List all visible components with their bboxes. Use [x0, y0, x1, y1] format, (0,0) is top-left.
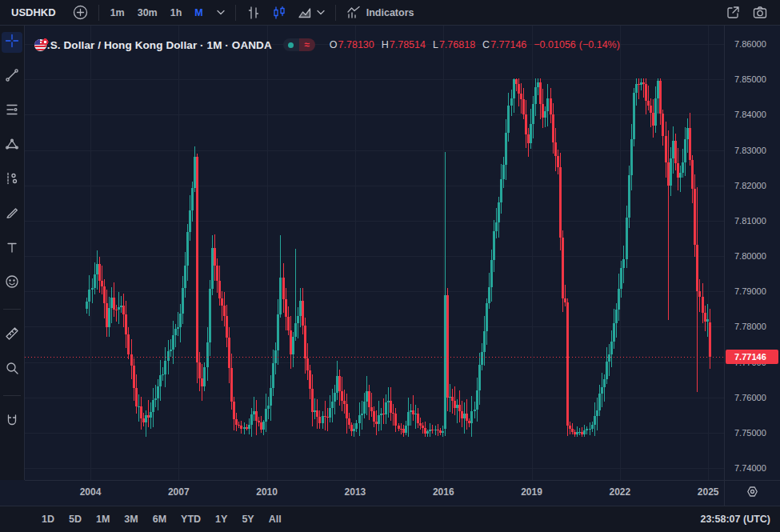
screenshot-button[interactable] [746, 2, 774, 23]
legend-title: U.S. Dollar / Hong Kong Dollar · 1M · OA… [39, 39, 272, 51]
candles-chart-icon [272, 6, 286, 20]
timeframe-menu-button[interactable] [211, 2, 230, 23]
range-3m-button[interactable]: 3M [119, 511, 142, 527]
bars-chart-icon [246, 6, 261, 20]
close-value: 7.77146 [490, 39, 526, 50]
price-axis-label: 7.74000 [734, 463, 766, 473]
prediction-tool-button[interactable] [2, 170, 22, 190]
drawing-tools-sidebar [0, 26, 25, 480]
open-in-new-window-button[interactable] [720, 2, 746, 23]
range-6m-button[interactable]: 6M [148, 511, 171, 527]
high-value: 7.78514 [390, 39, 426, 50]
pattern-icon [5, 137, 19, 154]
symbol-name[interactable]: USDHKD [11, 6, 56, 18]
price-axis-label: 7.86000 [734, 39, 766, 49]
magnet-icon [5, 413, 19, 430]
toolbar-divider [335, 5, 336, 21]
trend-line-icon [5, 68, 19, 86]
range-5d-button[interactable]: 5D [64, 511, 86, 527]
timeframe-30m[interactable]: 30m [131, 2, 164, 23]
chart-style-area-button[interactable] [292, 2, 330, 23]
clock-utc[interactable]: 23:58:07 (UTC) [700, 514, 770, 525]
pattern-tool-button[interactable] [2, 135, 22, 156]
magnifier-icon [5, 361, 19, 378]
bottom-toolbar: 1D 5D 1M 3M 6M YTD 1Y 5Y All 23:58:07 (U… [0, 506, 780, 532]
timeframe-1M-active[interactable]: M [188, 2, 209, 23]
price-axis-label: 7.76000 [734, 393, 766, 402]
price-axis-label: 7.81000 [734, 216, 766, 226]
magnet-tool-button[interactable] [2, 411, 22, 432]
price-axis-label: 7.83000 [734, 146, 766, 155]
range-1y-button[interactable]: 1Y [210, 511, 232, 527]
text-tool-button[interactable] [2, 238, 22, 259]
price-axis-label: 7.82000 [734, 181, 766, 190]
brush-tool-button[interactable] [2, 204, 22, 225]
compare-add-symbol-button[interactable] [67, 2, 94, 23]
prediction-icon [5, 171, 19, 189]
chart-style-bars-button[interactable] [241, 2, 266, 23]
axis-settings-icon[interactable] [746, 485, 759, 502]
sidebar-divider [3, 395, 21, 396]
toolbar-divider [235, 5, 236, 21]
top-toolbar: USDHKD 1m 30m 1h M [0, 0, 780, 26]
chevron-down-icon [317, 10, 325, 15]
price-axis-label: 7.78000 [734, 322, 766, 331]
crosshair-tool-button[interactable] [2, 32, 22, 53]
ruler-icon [5, 326, 19, 344]
price-axis-label: 7.75000 [734, 428, 766, 438]
range-5y-button[interactable]: 5Y [237, 511, 258, 527]
plus-circle-icon [73, 5, 88, 20]
time-axis-label: 2016 [427, 486, 459, 498]
indicators-button[interactable]: Indicators [341, 2, 420, 23]
ruler-tool-button[interactable] [2, 325, 22, 346]
range-all-button[interactable]: All [264, 511, 286, 527]
range-1m-button[interactable]: 1M [91, 511, 114, 527]
change-percent: (−0.14%) [579, 39, 620, 50]
external-link-icon [726, 5, 741, 20]
chart-pane[interactable]: U.S. Dollar / Hong Kong Dollar · 1M · OA… [25, 26, 724, 480]
market-status-toggle[interactable]: ≈ [283, 38, 315, 51]
area-chart-icon [298, 6, 313, 20]
chart-style-candles-button[interactable] [266, 2, 292, 23]
price-axis-label: 7.84000 [734, 110, 766, 119]
ohlc-readout: O7.78130 H7.78514 L7.76818 C7.77146 −0.0… [330, 39, 620, 50]
fib-retracement-tool-button[interactable] [2, 101, 22, 122]
fib-retracement-icon [5, 102, 19, 120]
zoom-tool-button[interactable] [2, 359, 22, 380]
time-axis-label: 2019 [516, 486, 548, 498]
time-axis[interactable]: 20042007201020132016201920222025 [25, 480, 724, 506]
low-value: 7.76818 [439, 39, 475, 50]
range-1d-button[interactable]: 1D [37, 511, 59, 527]
timeframe-1h[interactable]: 1h [164, 2, 189, 23]
time-axis-label: 2013 [339, 486, 371, 498]
text-icon [5, 240, 19, 258]
sidebar-divider [3, 309, 21, 310]
change-value: −0.01056 [534, 39, 575, 50]
chevron-down-icon [217, 10, 225, 15]
price-axis-label: 7.85000 [734, 74, 766, 84]
low-label: L [433, 39, 438, 50]
time-axis-label: 2004 [74, 486, 106, 498]
open-value: 7.78130 [338, 39, 374, 50]
axis-corner [724, 480, 780, 506]
indicators-icon [346, 6, 362, 20]
timeframe-1m[interactable]: 1m [104, 2, 131, 23]
time-axis-label: 2007 [162, 486, 194, 498]
approx-data-badge: ≈ [299, 38, 315, 51]
candlestick-plot[interactable] [25, 26, 724, 480]
close-label: C [482, 39, 490, 50]
price-axis-label: 7.79000 [734, 286, 766, 296]
open-label: O [330, 39, 338, 50]
time-axis-label: 2010 [251, 486, 283, 498]
price-axis[interactable]: 7.860007.850007.840007.830007.820007.810… [724, 26, 780, 480]
toolbar-divider [98, 5, 99, 21]
symbol-legend[interactable]: U.S. Dollar / Hong Kong Dollar · 1M · OA… [34, 38, 620, 51]
trading-chart-app: USDHKD 1m 30m 1h M [0, 0, 780, 532]
last-price-tag: 7.77146 [726, 350, 778, 364]
crosshair-icon [5, 34, 19, 51]
emoji-tool-button[interactable] [2, 273, 22, 294]
emoji-icon [5, 274, 19, 292]
time-axis-label: 2025 [692, 486, 724, 498]
trend-line-tool-button[interactable] [2, 66, 22, 87]
range-ytd-button[interactable]: YTD [176, 511, 206, 527]
